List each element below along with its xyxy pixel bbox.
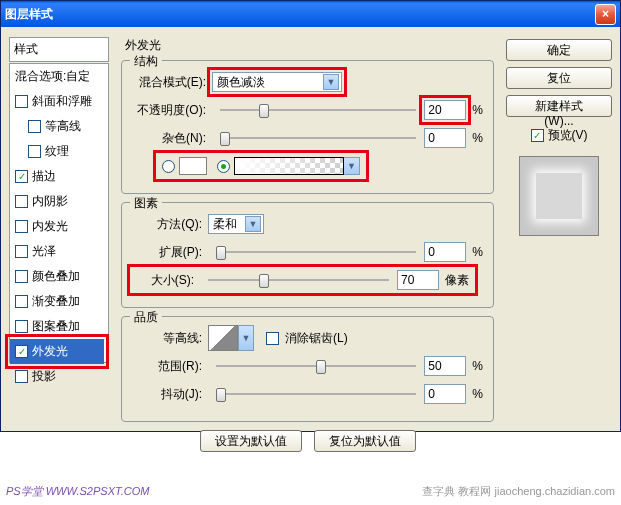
opacity-input[interactable]: 20	[424, 100, 466, 120]
list-item[interactable]: 等高线	[10, 114, 108, 139]
checkbox-icon[interactable]	[15, 195, 28, 208]
range-slider[interactable]	[216, 358, 416, 374]
noise-row: 杂色(N): 0 %	[132, 127, 483, 149]
spread-input[interactable]: 0	[424, 242, 466, 262]
close-icon[interactable]: ×	[595, 4, 616, 25]
checkbox-icon[interactable]	[15, 95, 28, 108]
structure-heading: 结构	[130, 53, 162, 70]
jitter-input[interactable]: 0	[424, 384, 466, 404]
contour-picker[interactable]	[208, 325, 238, 351]
panel-title: 外发光	[125, 37, 494, 54]
new-style-button[interactable]: 新建样式(W)...	[506, 95, 612, 117]
checkbox-icon[interactable]	[28, 145, 41, 158]
elements-heading: 图素	[130, 195, 162, 212]
spread-unit: %	[472, 245, 483, 259]
list-item[interactable]: 内阴影	[10, 189, 108, 214]
cancel-button[interactable]: 复位	[506, 67, 612, 89]
watermark-right: 查字典 教程网 jiaocheng.chazidian.com	[422, 484, 615, 499]
highlight-blend-mode: 颜色减淡 ▼	[207, 67, 347, 97]
preview-row: ✓ 预览(V)	[506, 127, 612, 144]
reset-default-button[interactable]: 复位为默认值	[314, 430, 416, 452]
noise-unit: %	[472, 131, 483, 145]
technique-dropdown[interactable]: 柔和 ▼	[208, 214, 264, 234]
chevron-down-icon: ▼	[323, 74, 339, 90]
list-item[interactable]: 纹理	[10, 139, 108, 164]
watermark-left: PS学堂 WWW.S2PSXT.COM	[6, 484, 149, 499]
blend-mode-dropdown[interactable]: 颜色减淡 ▼	[212, 72, 342, 92]
technique-label: 方法(Q):	[132, 216, 208, 233]
make-default-button[interactable]: 设置为默认值	[200, 430, 302, 452]
preview-swatch	[536, 173, 582, 219]
color-row: ▼	[132, 155, 483, 177]
spread-slider[interactable]	[216, 244, 416, 260]
technique-row: 方法(Q): 柔和 ▼	[132, 213, 483, 235]
antialias-checkbox[interactable]	[266, 332, 279, 345]
gradient-radio[interactable]	[217, 160, 230, 173]
antialias-label: 消除锯齿(L)	[285, 330, 348, 347]
noise-label: 杂色(N):	[132, 130, 212, 147]
range-input[interactable]: 50	[424, 356, 466, 376]
jitter-slider[interactable]	[216, 386, 416, 402]
checkbox-icon[interactable]	[15, 295, 28, 308]
range-label: 范围(R):	[132, 358, 208, 375]
ok-button[interactable]: 确定	[506, 39, 612, 61]
dialog-content: 样式 混合选项:自定 斜面和浮雕 等高线 纹理 ✓描边 内阴影 内发光 光泽 颜…	[1, 27, 620, 431]
jitter-row: 抖动(J): 0 %	[132, 383, 483, 405]
size-row: 大小(S): 70 像素	[132, 269, 483, 291]
jitter-unit: %	[472, 387, 483, 401]
list-item-outer-glow[interactable]: ✓外发光	[10, 339, 104, 364]
size-input[interactable]: 70	[397, 270, 439, 290]
settings-panel: 外发光 结构 混合模式(E): 颜色减淡 ▼ 不透明度(O):	[117, 37, 498, 421]
checkbox-icon[interactable]	[28, 120, 41, 133]
spread-row: 扩展(P): 0 %	[132, 241, 483, 263]
action-panel: 确定 复位 新建样式(W)... ✓ 预览(V)	[506, 37, 612, 421]
preview-label: 预览(V)	[548, 127, 588, 144]
size-unit: 像素	[445, 272, 469, 289]
highlight-color: ▼	[153, 150, 369, 182]
color-radio[interactable]	[162, 160, 175, 173]
chevron-down-icon: ▼	[245, 216, 261, 232]
chevron-down-icon[interactable]: ▼	[238, 325, 254, 351]
checkbox-icon[interactable]	[15, 320, 28, 333]
list-item[interactable]: 内发光	[10, 214, 108, 239]
quality-group: 品质 等高线: ▼ 消除锯齿(L) 范围(R): 50 % 抖动(J):	[121, 316, 494, 422]
preview-checkbox[interactable]: ✓	[531, 129, 544, 142]
noise-slider[interactable]	[220, 130, 416, 146]
contour-row: 等高线: ▼ 消除锯齿(L)	[132, 327, 483, 349]
checkbox-icon[interactable]: ✓	[15, 170, 28, 183]
preview-box	[519, 156, 599, 236]
contour-label: 等高线:	[132, 330, 208, 347]
structure-group: 结构 混合模式(E): 颜色减淡 ▼ 不透明度(O): 20	[121, 60, 494, 194]
chevron-down-icon: ▼	[344, 157, 360, 175]
checkbox-icon[interactable]	[15, 220, 28, 233]
highlight-opacity: 20	[419, 95, 471, 125]
checkbox-icon[interactable]	[15, 370, 28, 383]
gradient-swatch	[234, 157, 344, 175]
styles-header: 样式	[9, 37, 109, 62]
checkbox-icon[interactable]	[15, 245, 28, 258]
size-label: 大小(S):	[136, 272, 200, 289]
style-list: 混合选项:自定 斜面和浮雕 等高线 纹理 ✓描边 内阴影 内发光 光泽 颜色叠加…	[9, 63, 109, 363]
highlight-outer-glow: ✓外发光	[5, 334, 109, 369]
opacity-slider[interactable]	[220, 102, 416, 118]
noise-input[interactable]: 0	[424, 128, 466, 148]
blend-mode-label: 混合模式(E):	[132, 74, 212, 91]
list-item[interactable]: 光泽	[10, 239, 108, 264]
opacity-label: 不透明度(O):	[132, 102, 212, 119]
checkbox-icon[interactable]	[15, 270, 28, 283]
checkbox-icon[interactable]: ✓	[15, 345, 28, 358]
list-item[interactable]: 渐变叠加	[10, 289, 108, 314]
list-item[interactable]: 颜色叠加	[10, 264, 108, 289]
list-item[interactable]: 斜面和浮雕	[10, 89, 108, 114]
gradient-dropdown[interactable]: ▼	[234, 157, 360, 175]
list-item[interactable]: ✓描边	[10, 164, 108, 189]
elements-group: 图素 方法(Q): 柔和 ▼ 扩展(P): 0 % 大小(S):	[121, 202, 494, 308]
quality-heading: 品质	[130, 309, 162, 326]
blend-defaults[interactable]: 混合选项:自定	[10, 64, 108, 89]
opacity-row: 不透明度(O): 20 %	[132, 99, 483, 121]
size-slider[interactable]	[208, 272, 389, 288]
styles-panel: 样式 混合选项:自定 斜面和浮雕 等高线 纹理 ✓描边 内阴影 内发光 光泽 颜…	[9, 37, 109, 421]
highlight-size: 大小(S): 70 像素	[127, 264, 478, 296]
layer-style-dialog: 图层样式 × 样式 混合选项:自定 斜面和浮雕 等高线 纹理 ✓描边 内阴影 内…	[0, 0, 621, 432]
color-swatch[interactable]	[179, 157, 207, 175]
